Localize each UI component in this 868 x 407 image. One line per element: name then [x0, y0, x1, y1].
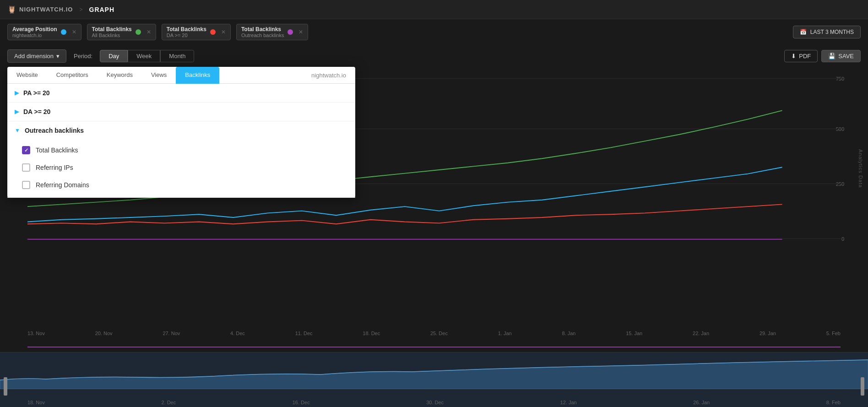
mini-x-18nov: 18. Nov [27, 400, 45, 405]
x-label-1jan: 1. Jan [498, 331, 512, 336]
tab-week[interactable]: Week [128, 50, 160, 62]
x-label-22jan: 22. Jan [693, 331, 709, 336]
dimension-bar: Average Position nightwatch.io ✕ Total B… [0, 19, 868, 45]
section-outreach-header[interactable]: ▼ Outreach backlinks [7, 121, 355, 140]
add-dimension-button[interactable]: Add dimension ▾ [7, 49, 66, 63]
download-icon: ⬇ [791, 53, 796, 60]
section-pa-header[interactable]: ▶ PA >= 20 [7, 84, 355, 102]
section-pa: ▶ PA >= 20 [7, 84, 355, 103]
dot-purple [288, 29, 293, 35]
save-label: SAVE [838, 53, 854, 60]
period-tabs: Day Week Month [100, 50, 194, 62]
save-button[interactable]: 💾 SAVE [821, 50, 861, 62]
dot-green [136, 29, 141, 35]
dot-blue [61, 29, 66, 35]
item-total-backlinks[interactable]: Total Backlinks [7, 141, 355, 159]
period-label: Period: [74, 53, 92, 60]
mini-x-labels: 18. Nov 2. Dec 16. Dec 30. Dec 12. Jan 2… [27, 400, 841, 405]
app-name: NIGHTWATCH.IO [19, 6, 73, 13]
x-label-25dec: 25. Dec [430, 331, 448, 336]
site-label-text: nightwatch.io [311, 72, 346, 79]
chevron-right-icon-da: ▶ [15, 109, 19, 115]
tab-month[interactable]: Month [160, 50, 194, 62]
checkbox-referring-domains[interactable] [22, 181, 30, 189]
scroll-indicator-line [27, 347, 841, 347]
item-label-referring-ips: Referring IPs [36, 164, 73, 171]
add-dimension-dropdown: Website Competitors Keywords Views Backl… [7, 67, 355, 198]
section-outreach-label: Outreach backlinks [25, 127, 84, 134]
mini-x-2dec: 2. Dec [161, 400, 176, 405]
chevron-down-icon-outreach: ▼ [15, 127, 20, 134]
mini-x-26jan: 26. Jan [693, 400, 710, 405]
top-bar: 🦉 NIGHTWATCH.IO > GRAPH [0, 0, 868, 19]
x-label-8jan: 8. Jan [562, 331, 575, 336]
close-avg-position[interactable]: ✕ [72, 29, 76, 35]
tab-competitors[interactable]: Competitors [47, 67, 98, 84]
pdf-button[interactable]: ⬇ PDF [784, 50, 818, 62]
chip-sub-tbo: Outreach backlinks [241, 33, 284, 38]
chip-title-tbo: Total Backlinks [241, 26, 284, 33]
dropdown-tabs: Website Competitors Keywords Views Backl… [7, 67, 355, 84]
section-da-header[interactable]: ▶ DA >= 20 [7, 103, 355, 121]
dimension-chip-avg-position[interactable]: Average Position nightwatch.io ✕ [7, 24, 81, 40]
date-range-button[interactable]: 📅 LAST 3 MONTHS [793, 26, 861, 38]
x-label-15jan: 15. Jan [626, 331, 642, 336]
mini-chart-svg [0, 357, 868, 389]
x-label-29jan: 29. Jan [760, 331, 776, 336]
tab-keywords[interactable]: Keywords [98, 67, 142, 84]
section-da: ▶ DA >= 20 [7, 103, 355, 121]
chip-sub-avg: nightwatch.io [12, 33, 57, 38]
tab-backlinks[interactable]: Backlinks [176, 67, 219, 84]
close-total-backlinks-outreach[interactable]: ✕ [298, 29, 303, 35]
right-actions: ⬇ PDF 💾 SAVE [784, 50, 861, 62]
x-axis-labels: 13. Nov 20. Nov 27. Nov 4. Dec 11. Dec 1… [27, 331, 841, 336]
item-referring-domains[interactable]: Referring Domains [7, 176, 355, 194]
pdf-label: PDF [799, 53, 811, 60]
controls-bar: Add dimension ▾ Period: Day Week Month ⬇… [0, 45, 868, 67]
x-label-11dec: 11. Dec [295, 331, 313, 336]
dropdown-body: ▶ PA >= 20 ▶ DA >= 20 ▼ Outreach backlin… [7, 84, 355, 198]
mini-chart: 18. Nov 2. Dec 16. Dec 30. Dec 12. Jan 2… [0, 352, 868, 407]
dimension-chip-total-backlinks-outreach[interactable]: Total Backlinks Outreach backlinks ✕ [236, 24, 309, 40]
chip-title-tba: Total Backlinks [92, 26, 132, 33]
item-referring-ips[interactable]: Referring IPs [7, 159, 355, 176]
checkbox-total-backlinks[interactable] [22, 146, 30, 154]
scroll-handle-left[interactable] [4, 377, 7, 396]
item-label-total-backlinks: Total Backlinks [36, 147, 78, 154]
tab-day[interactable]: Day [100, 50, 128, 62]
dimension-chip-total-backlinks-da[interactable]: Total Backlinks DA >= 20 ✕ [162, 24, 231, 40]
tab-website[interactable]: Website [7, 67, 47, 84]
item-label-referring-domains: Referring Domains [36, 181, 89, 189]
x-label-5feb: 5. Feb [826, 331, 841, 336]
tab-views[interactable]: Views [142, 67, 176, 84]
close-total-backlinks-all[interactable]: ✕ [146, 29, 151, 35]
close-total-backlinks-da[interactable]: ✕ [221, 29, 226, 35]
dropdown-site-label: nightwatch.io [302, 67, 355, 83]
chip-title-avg: Average Position [12, 26, 57, 33]
mini-x-30dec: 30. Dec [426, 400, 444, 405]
y-axis-label: Analytics Data [858, 149, 863, 188]
owl-icon: 🦉 [7, 5, 16, 14]
checkbox-referring-ips[interactable] [22, 163, 30, 172]
mini-x-8feb: 8. Feb [826, 400, 841, 405]
chevron-down-icon: ▾ [56, 53, 60, 60]
app-logo: 🦉 NIGHTWATCH.IO > GRAPH [7, 5, 114, 14]
section-pa-label: PA >= 20 [23, 89, 50, 97]
mini-x-12jan: 12. Jan [560, 400, 577, 405]
calendar-icon: 📅 [800, 29, 807, 35]
x-label-4dec: 4. Dec [230, 331, 245, 336]
chip-sub-tbda: DA >= 20 [167, 33, 206, 38]
x-label-20nov: 20. Nov [95, 331, 113, 336]
x-label-13nov: 13. Nov [27, 331, 45, 336]
dimension-chip-total-backlinks-all[interactable]: Total Backlinks All Backlinks ✕ [87, 24, 156, 40]
mini-x-16dec: 16. Dec [293, 400, 310, 405]
page-title: GRAPH [89, 6, 115, 13]
save-icon: 💾 [828, 53, 835, 60]
y-label-0: 0 [841, 236, 844, 242]
chip-title-tbda: Total Backlinks [167, 26, 206, 33]
dot-red [210, 29, 216, 35]
scroll-handle-right[interactable] [861, 377, 864, 396]
mini-chart-fill [0, 360, 868, 389]
outreach-items: Total Backlinks Referring IPs Referring … [7, 140, 355, 197]
date-range-label: LAST 3 MONTHS [810, 29, 854, 35]
